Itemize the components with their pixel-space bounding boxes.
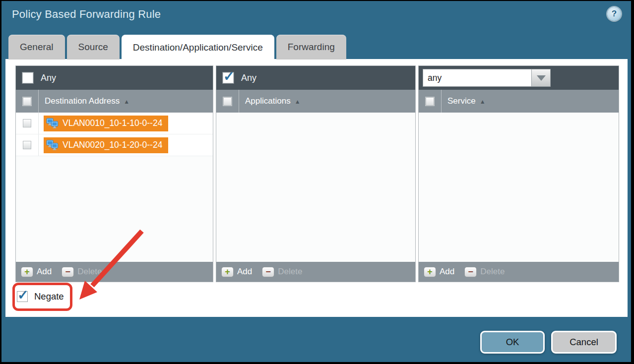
applications-any-label: Any	[241, 73, 256, 83]
add-button[interactable]: + Add	[424, 267, 454, 277]
negate-label: Negate	[34, 291, 64, 302]
service-dropdown[interactable]: any	[423, 69, 551, 87]
sort-asc-icon[interactable]	[124, 97, 129, 106]
tab-label: General	[20, 42, 54, 53]
sort-asc-icon[interactable]	[295, 97, 301, 106]
plus-icon: +	[424, 267, 436, 277]
destination-select-all-checkbox[interactable]	[23, 97, 31, 106]
plus-icon: +	[221, 267, 234, 277]
destination-any-bar: Any	[16, 66, 213, 90]
address-object-label: VLAN0020_10-1-20-0--24	[63, 140, 162, 150]
delete-button[interactable]: − Delete	[62, 267, 102, 277]
destination-any-checkbox[interactable]	[22, 72, 33, 83]
screenshot-stage: Policy Based Forwarding Rule General Sou…	[0, 0, 634, 364]
add-button[interactable]: + Add	[21, 267, 52, 277]
tab-label: Destination/Application/Service	[133, 42, 263, 53]
destination-any-label: Any	[41, 73, 56, 83]
tab-destination-application-service[interactable]: Destination/Application/Service	[122, 35, 274, 61]
help-icon[interactable]	[607, 7, 621, 21]
tab-label: Source	[78, 42, 108, 53]
applications-column-label: Applications	[245, 96, 291, 106]
address-object-label: VLAN0010_10-1-10-0--24	[63, 118, 162, 128]
tab-general[interactable]: General	[8, 35, 65, 60]
applications-any-bar: Any	[216, 66, 415, 90]
delete-button[interactable]: − Delete	[262, 267, 302, 277]
destination-column-header: Destination Address	[16, 90, 213, 113]
table-row[interactable]: VLAN0020_10-1-20-0--24	[16, 134, 213, 156]
tab-label: Forwarding	[288, 42, 335, 53]
applications-toolbar: + Add − Delete	[216, 262, 415, 282]
service-dropdown-bar: any	[419, 66, 619, 90]
tab-forwarding[interactable]: Forwarding	[276, 35, 346, 60]
minus-icon: −	[464, 267, 477, 277]
minus-icon: −	[262, 267, 274, 277]
service-list	[419, 113, 619, 262]
service-column-header: Service	[419, 90, 619, 113]
applications-any-checkbox[interactable]	[223, 72, 234, 83]
cancel-button[interactable]: Cancel	[551, 331, 617, 354]
negate-checkbox[interactable]	[17, 291, 28, 302]
destination-list: VLAN0010_10-1-10-0--24	[16, 113, 213, 262]
network-address-icon	[46, 118, 59, 128]
service-column-label: Service	[447, 96, 476, 106]
ok-button[interactable]: OK	[480, 331, 545, 354]
tab-content: Any Destination Address	[5, 59, 628, 317]
network-address-icon	[46, 140, 59, 150]
destination-toolbar: + Add − Delete	[16, 262, 213, 282]
tab-source[interactable]: Source	[67, 35, 120, 60]
applications-panel: Any Applications + Add − Delete	[216, 65, 416, 282]
chevron-down-icon[interactable]	[532, 69, 551, 87]
minus-icon: −	[62, 267, 74, 277]
pbf-rule-dialog: Policy Based Forwarding Rule General Sou…	[1, 1, 631, 362]
applications-select-all-checkbox[interactable]	[223, 97, 232, 106]
service-dropdown-value: any	[423, 69, 532, 87]
applications-column-header: Applications	[216, 90, 415, 113]
destination-column-label: Destination Address	[45, 96, 120, 106]
address-object-chip[interactable]: VLAN0020_10-1-20-0--24	[44, 137, 168, 153]
service-toolbar: + Add − Delete	[419, 262, 619, 282]
applications-list	[216, 113, 415, 262]
tab-bar: General Source Destination/Application/S…	[8, 35, 346, 60]
plus-icon: +	[21, 267, 33, 277]
row-checkbox[interactable]	[23, 141, 31, 149]
service-select-all-checkbox[interactable]	[426, 97, 434, 106]
destination-address-panel: Any Destination Address	[15, 65, 213, 282]
sort-asc-icon[interactable]	[480, 97, 486, 106]
add-button[interactable]: + Add	[221, 267, 252, 277]
table-row[interactable]: VLAN0010_10-1-10-0--24	[16, 113, 213, 134]
delete-button[interactable]: − Delete	[464, 267, 505, 277]
service-panel: any Service + Add − Delete	[418, 65, 619, 282]
row-checkbox[interactable]	[23, 119, 31, 127]
dialog-title: Policy Based Forwarding Rule	[12, 8, 161, 21]
address-object-chip[interactable]: VLAN0010_10-1-10-0--24	[44, 116, 168, 131]
negate-control: Negate	[17, 291, 64, 302]
